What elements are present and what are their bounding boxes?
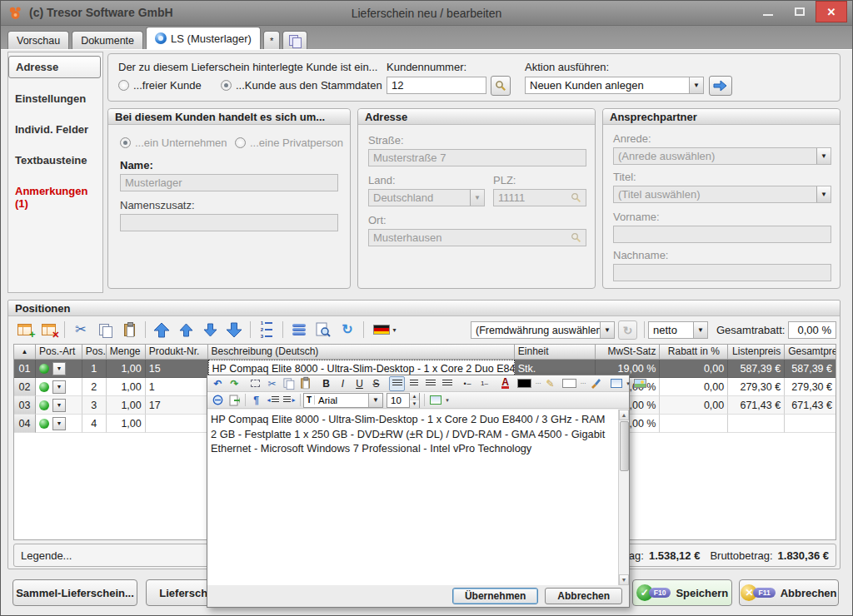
zip-input[interactable]: 11111	[493, 189, 586, 206]
scroll-thumb[interactable]	[620, 421, 629, 471]
col-pos[interactable]: Pos.	[82, 345, 107, 360]
chevron-down-icon[interactable]: ▼	[52, 399, 66, 412]
move-down-button[interactable]	[199, 319, 221, 340]
language-button[interactable]: ▾	[369, 319, 401, 340]
pos-art-cell[interactable]: ▼	[36, 396, 82, 415]
zip-search-icon[interactable]	[571, 192, 581, 203]
align-left-button[interactable]	[389, 376, 405, 391]
currency-refresh-button[interactable]: ↻	[618, 320, 637, 340]
col-menge[interactable]: Menge	[107, 345, 146, 360]
close-button[interactable]: ✕	[816, 1, 847, 22]
insert-table-button[interactable]	[608, 376, 624, 391]
paste-button[interactable]	[297, 376, 313, 391]
sort-header[interactable]: ▲	[14, 345, 36, 360]
highlight-swatch[interactable]	[559, 376, 579, 391]
format-painter-button[interactable]	[587, 376, 603, 391]
tab-modified[interactable]: *	[263, 31, 280, 49]
editor-cancel-button[interactable]: Abbrechen	[545, 588, 622, 604]
street-input[interactable]: Musterstraße 7	[368, 149, 586, 166]
align-center-button[interactable]	[406, 376, 422, 391]
editor-content[interactable]: HP Compaq Elite 8000 - Ultra-Slim-Deskto…	[207, 410, 629, 586]
clock-button[interactable]	[210, 393, 226, 408]
copy-button[interactable]	[94, 319, 116, 340]
radio-private[interactable]: ...eine Privatperson	[235, 137, 343, 149]
scroll-up-icon[interactable]: ▲	[619, 410, 629, 420]
redo-button[interactable]: ↷	[227, 376, 242, 391]
title-select[interactable]: (Titel auswählen) ▼	[613, 186, 831, 203]
chevron-down-icon[interactable]: ▼	[52, 380, 66, 394]
indent-button[interactable]: ▸	[282, 393, 297, 408]
pos-art-cell[interactable]: ▼	[36, 360, 82, 378]
preview-button[interactable]	[312, 319, 334, 340]
refresh-button[interactable]: ↻	[337, 319, 358, 340]
strikethrough-button[interactable]: S	[368, 376, 384, 391]
customer-number-input[interactable]: 12	[387, 77, 486, 94]
salutation-select[interactable]: (Anrede auswählen) ▼	[613, 147, 831, 165]
pos-art-cell[interactable]: ▼	[36, 378, 82, 396]
insert-image-button[interactable]	[632, 376, 648, 391]
font-color-swatch[interactable]	[514, 376, 534, 391]
lastname-input[interactable]	[613, 264, 831, 281]
add-position-button[interactable]	[13, 319, 35, 340]
insert-table-dropdown[interactable]: ▾	[625, 376, 631, 391]
sidebar-item-adresse[interactable]: Adresse	[8, 56, 101, 78]
renumber-button[interactable]: 123	[256, 319, 277, 340]
col-gesamtpreis[interactable]: Gesamtpreis	[785, 345, 836, 360]
outdent-button[interactable]: ◂	[265, 393, 281, 408]
cancel-button[interactable]: ✕ F11 Abbrechen	[739, 579, 839, 606]
netto-select[interactable]: netto ▼	[648, 321, 708, 339]
editor-scrollbar[interactable]: ▲ ▼	[618, 410, 629, 585]
city-input[interactable]: Musterhausen	[368, 229, 586, 246]
radio-free-customer[interactable]: ...freier Kunde	[118, 79, 202, 92]
name-input[interactable]: Musterlager	[120, 174, 338, 191]
sidebar-item-einstellungen[interactable]: Einstellungen	[8, 88, 102, 109]
apply-button[interactable]: Übernehmen	[452, 588, 538, 604]
col-listenpreis[interactable]: Listenpreis	[728, 345, 785, 360]
cut-button[interactable]: ✂	[70, 319, 92, 340]
numbered-list-button[interactable]: 1–	[476, 376, 492, 391]
col-einheit[interactable]: Einheit	[515, 345, 596, 360]
align-justify-button[interactable]	[439, 376, 455, 391]
underline-button[interactable]: U	[352, 376, 367, 391]
chevron-down-icon[interactable]: ▼	[52, 417, 66, 430]
table-rows-dropdown[interactable]: ▾	[444, 393, 451, 408]
cut-button[interactable]: ✂	[264, 376, 280, 391]
tab-vorschau[interactable]: Vorschau	[7, 31, 69, 49]
customer-search-button[interactable]	[491, 76, 511, 96]
currency-select[interactable]: (Fremdwährung auswählen) ▼	[471, 321, 615, 339]
align-right-button[interactable]	[422, 376, 438, 391]
tab-lieferschein-active[interactable]: LS (Musterlager)	[146, 27, 261, 49]
scroll-down-icon[interactable]: ▼	[619, 574, 629, 585]
country-select[interactable]: Deutschland ▼	[368, 189, 485, 206]
paragraph-marks-button[interactable]: ¶	[248, 393, 264, 408]
italic-button[interactable]: I	[335, 376, 351, 391]
maximize-button[interactable]	[784, 1, 816, 22]
delete-position-button[interactable]	[37, 319, 59, 340]
execute-action-button[interactable]	[709, 76, 732, 96]
font-color-more-button[interactable]: ⋯	[535, 376, 541, 391]
font-color-button[interactable]: A	[497, 376, 513, 391]
sidebar-item-individ-felder[interactable]: Individ. Felder	[8, 119, 102, 140]
col-pos-art[interactable]: Pos.-Art	[36, 345, 82, 360]
city-search-icon[interactable]	[571, 232, 581, 243]
radio-master-customer[interactable]: ...Kunde aus den Stammdaten	[221, 79, 382, 92]
bullet-list-button[interactable]: •–	[460, 376, 476, 391]
highlight-button[interactable]: ✎	[542, 376, 558, 391]
col-beschreibung[interactable]: Beschreibung (Deutsch)	[208, 345, 515, 360]
select-all-button[interactable]	[247, 376, 263, 391]
radio-company[interactable]: ...ein Unternehmen	[120, 137, 227, 149]
font-size-spinner[interactable]: 10 ▲▼	[387, 393, 420, 408]
col-produkt-nr[interactable]: Produkt-Nr.	[146, 345, 208, 360]
stack-button[interactable]	[288, 319, 310, 340]
discount-input[interactable]: 0,00 %	[788, 321, 836, 339]
bold-button[interactable]: B	[318, 376, 334, 391]
minimize-button[interactable]	[752, 1, 784, 22]
collective-delivery-button[interactable]: Sammel-Lieferschein...	[12, 579, 137, 606]
tab-dokumente[interactable]: Dokumente	[72, 31, 143, 49]
highlight-more-button[interactable]: ⋯	[580, 376, 586, 391]
col-rabatt[interactable]: Rabatt in %	[660, 345, 728, 360]
pos-art-cell[interactable]: ▼	[36, 415, 82, 433]
save-button[interactable]: ✓ F10 Speichern	[632, 579, 732, 606]
suffix-input[interactable]	[120, 214, 338, 231]
table-rows-button[interactable]	[427, 393, 443, 408]
